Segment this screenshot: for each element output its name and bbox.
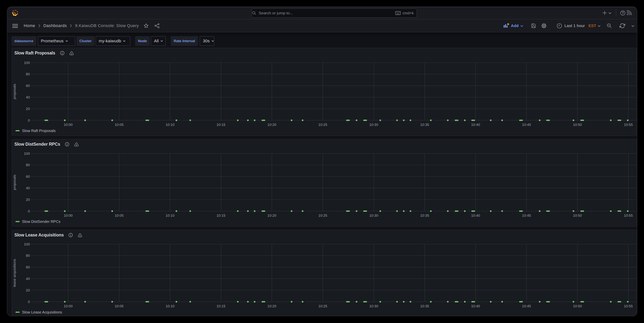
svg-text:20: 20 bbox=[26, 288, 30, 292]
svg-text:60: 60 bbox=[26, 265, 30, 269]
svg-text:10:50: 10:50 bbox=[573, 304, 582, 308]
svg-text:10:35: 10:35 bbox=[420, 123, 429, 127]
svg-text:80: 80 bbox=[26, 72, 30, 76]
svg-text:80: 80 bbox=[26, 254, 30, 258]
svg-text:10:25: 10:25 bbox=[318, 214, 328, 217]
svg-text:10:00: 10:00 bbox=[64, 214, 73, 217]
svg-text:10:40: 10:40 bbox=[471, 214, 480, 217]
svg-text:0: 0 bbox=[28, 300, 30, 304]
svg-text:10:05: 10:05 bbox=[114, 214, 124, 217]
svg-text:10:10: 10:10 bbox=[166, 304, 174, 308]
svg-text:10:15: 10:15 bbox=[216, 304, 226, 308]
svg-text:10:25: 10:25 bbox=[318, 123, 328, 127]
svg-text:10:50: 10:50 bbox=[573, 214, 582, 217]
svg-text:10:35: 10:35 bbox=[420, 214, 429, 217]
svg-text:40: 40 bbox=[26, 186, 30, 190]
svg-text:lease acquisitions: lease acquisitions bbox=[12, 259, 16, 287]
svg-text:proposals: proposals bbox=[12, 84, 16, 99]
svg-text:0: 0 bbox=[28, 118, 30, 122]
svg-text:10:45: 10:45 bbox=[522, 214, 531, 217]
svg-text:10:05: 10:05 bbox=[114, 123, 124, 127]
svg-text:80: 80 bbox=[26, 163, 30, 167]
svg-text:10:00: 10:00 bbox=[64, 123, 73, 127]
svg-text:10:45: 10:45 bbox=[522, 304, 531, 308]
svg-text:10:40: 10:40 bbox=[471, 304, 480, 308]
svg-text:10:10: 10:10 bbox=[166, 123, 174, 127]
svg-text:100: 100 bbox=[24, 242, 30, 246]
svg-text:10:30: 10:30 bbox=[369, 304, 378, 308]
svg-text:10:55: 10:55 bbox=[624, 123, 633, 127]
svg-text:60: 60 bbox=[26, 84, 30, 88]
svg-text:10:50: 10:50 bbox=[573, 123, 582, 127]
svg-text:10:20: 10:20 bbox=[268, 123, 276, 127]
svg-text:10:55: 10:55 bbox=[624, 214, 633, 217]
svg-text:10:40: 10:40 bbox=[471, 123, 480, 127]
svg-text:10:20: 10:20 bbox=[268, 304, 276, 308]
svg-text:100: 100 bbox=[24, 152, 30, 156]
svg-text:10:35: 10:35 bbox=[420, 304, 429, 308]
svg-text:100: 100 bbox=[24, 61, 30, 65]
svg-text:0: 0 bbox=[28, 209, 30, 213]
svg-text:20: 20 bbox=[26, 107, 30, 111]
svg-text:40: 40 bbox=[26, 95, 30, 99]
svg-text:10:10: 10:10 bbox=[166, 214, 174, 217]
svg-text:10:15: 10:15 bbox=[216, 214, 226, 217]
svg-text:20: 20 bbox=[26, 198, 30, 202]
svg-text:10:30: 10:30 bbox=[369, 123, 378, 127]
svg-text:10:55: 10:55 bbox=[624, 304, 633, 308]
svg-text:10:25: 10:25 bbox=[318, 304, 328, 308]
svg-text:10:45: 10:45 bbox=[522, 123, 531, 127]
svg-text:10:00: 10:00 bbox=[64, 304, 73, 308]
svg-text:10:05: 10:05 bbox=[114, 304, 124, 308]
svg-text:40: 40 bbox=[26, 277, 30, 281]
svg-text:60: 60 bbox=[26, 175, 30, 178]
svg-text:10:30: 10:30 bbox=[369, 214, 378, 217]
svg-text:10:20: 10:20 bbox=[268, 214, 276, 217]
svg-text:proposals: proposals bbox=[12, 175, 16, 190]
svg-text:10:15: 10:15 bbox=[216, 123, 226, 127]
